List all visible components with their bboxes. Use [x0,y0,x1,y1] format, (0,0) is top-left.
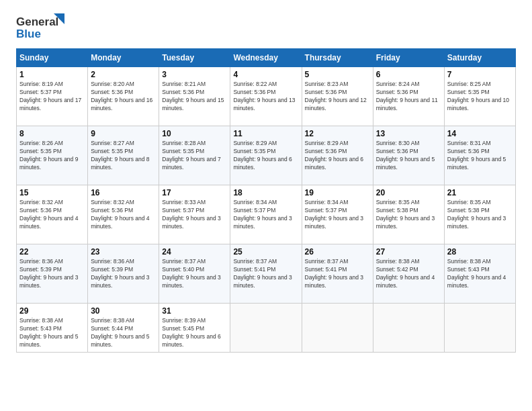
day-info: Sunrise: 8:38 AM Sunset: 5:44 PM Dayligh… [91,317,156,349]
day-number: 15 [19,188,85,197]
page: GeneralBlue SundayMondayTuesdayWednesday… [0,0,532,411]
day-number: 20 [376,188,441,197]
calendar-cell: 24Sunrise: 8:37 AM Sunset: 5:40 PM Dayli… [159,244,230,304]
day-info: Sunrise: 8:35 AM Sunset: 5:38 PM Dayligh… [447,199,513,231]
day-number: 4 [233,70,298,79]
day-number: 2 [91,70,156,79]
day-info: Sunrise: 8:34 AM Sunset: 5:37 PM Dayligh… [305,199,370,231]
logo: GeneralBlue [16,13,70,40]
calendar-cell: 27Sunrise: 8:38 AM Sunset: 5:42 PM Dayli… [373,244,444,304]
calendar-cell [373,304,444,353]
day-info: Sunrise: 8:33 AM Sunset: 5:37 PM Dayligh… [162,199,227,231]
day-info: Sunrise: 8:29 AM Sunset: 5:36 PM Dayligh… [305,140,370,172]
day-number: 10 [162,129,227,138]
calendar-cell: 8Sunrise: 8:26 AM Sunset: 5:35 PM Daylig… [17,126,88,185]
calendar-cell: 21Sunrise: 8:35 AM Sunset: 5:38 PM Dayli… [444,185,515,244]
day-number: 22 [19,247,85,257]
calendar-cell: 20Sunrise: 8:35 AM Sunset: 5:38 PM Dayli… [373,185,444,244]
day-info: Sunrise: 8:19 AM Sunset: 5:37 PM Dayligh… [19,81,85,113]
day-info: Sunrise: 8:39 AM Sunset: 5:45 PM Dayligh… [162,317,227,349]
day-info: Sunrise: 8:21 AM Sunset: 5:36 PM Dayligh… [162,81,227,113]
calendar-cell: 10Sunrise: 8:28 AM Sunset: 5:35 PM Dayli… [159,126,230,185]
day-number: 1 [19,70,85,79]
calendar-cell: 4Sunrise: 8:22 AM Sunset: 5:36 PM Daylig… [230,67,302,126]
day-number: 11 [233,129,298,138]
day-info: Sunrise: 8:32 AM Sunset: 5:36 PM Dayligh… [91,199,156,231]
calendar-cell: 30Sunrise: 8:38 AM Sunset: 5:44 PM Dayli… [88,304,159,353]
svg-text:General: General [16,15,58,28]
weekday-header-wednesday: Wednesday [230,49,302,67]
calendar-cell: 7Sunrise: 8:25 AM Sunset: 5:35 PM Daylig… [444,67,515,126]
day-number: 8 [19,129,85,138]
day-number: 24 [162,247,227,257]
day-info: Sunrise: 8:31 AM Sunset: 5:36 PM Dayligh… [447,140,513,172]
calendar-cell: 9Sunrise: 8:27 AM Sunset: 5:35 PM Daylig… [88,126,159,185]
weekday-header-friday: Friday [373,49,444,67]
day-number: 25 [233,247,298,257]
day-info: Sunrise: 8:38 AM Sunset: 5:43 PM Dayligh… [447,258,513,290]
calendar-cell: 1Sunrise: 8:19 AM Sunset: 5:37 PM Daylig… [17,67,88,126]
day-number: 26 [305,247,370,257]
day-info: Sunrise: 8:29 AM Sunset: 5:35 PM Dayligh… [233,140,298,172]
day-info: Sunrise: 8:22 AM Sunset: 5:36 PM Dayligh… [233,81,298,113]
svg-text:Blue: Blue [16,28,41,40]
day-number: 21 [447,188,513,197]
calendar-cell: 22Sunrise: 8:36 AM Sunset: 5:39 PM Dayli… [17,244,88,304]
day-info: Sunrise: 8:23 AM Sunset: 5:36 PM Dayligh… [305,81,370,113]
day-info: Sunrise: 8:37 AM Sunset: 5:41 PM Dayligh… [305,258,370,290]
weekday-header-sunday: Sunday [17,49,88,67]
day-info: Sunrise: 8:34 AM Sunset: 5:37 PM Dayligh… [233,199,298,231]
day-info: Sunrise: 8:36 AM Sunset: 5:39 PM Dayligh… [19,258,85,290]
header: GeneralBlue [16,13,516,40]
weekday-header-tuesday: Tuesday [159,49,230,67]
day-info: Sunrise: 8:38 AM Sunset: 5:43 PM Dayligh… [19,317,85,349]
day-info: Sunrise: 8:30 AM Sunset: 5:36 PM Dayligh… [376,140,441,172]
day-info: Sunrise: 8:27 AM Sunset: 5:35 PM Dayligh… [91,140,156,172]
day-number: 28 [447,247,513,257]
calendar-cell: 13Sunrise: 8:30 AM Sunset: 5:36 PM Dayli… [373,126,444,185]
calendar-cell: 31Sunrise: 8:39 AM Sunset: 5:45 PM Dayli… [159,304,230,353]
day-number: 13 [376,129,441,138]
day-number: 19 [305,188,370,197]
weekday-header-monday: Monday [88,49,159,67]
day-number: 29 [19,306,85,316]
calendar-cell [302,304,373,353]
day-number: 16 [91,188,156,197]
day-number: 5 [305,70,370,79]
day-number: 9 [91,129,156,138]
calendar-cell [444,304,515,353]
day-info: Sunrise: 8:37 AM Sunset: 5:41 PM Dayligh… [233,258,298,290]
day-info: Sunrise: 8:26 AM Sunset: 5:35 PM Dayligh… [19,140,85,172]
day-info: Sunrise: 8:32 AM Sunset: 5:36 PM Dayligh… [19,199,85,231]
day-number: 17 [162,188,227,197]
day-info: Sunrise: 8:36 AM Sunset: 5:39 PM Dayligh… [91,258,156,290]
day-number: 3 [162,70,227,79]
calendar-cell: 16Sunrise: 8:32 AM Sunset: 5:36 PM Dayli… [88,185,159,244]
calendar-cell: 28Sunrise: 8:38 AM Sunset: 5:43 PM Dayli… [444,244,515,304]
calendar-cell: 26Sunrise: 8:37 AM Sunset: 5:41 PM Dayli… [302,244,373,304]
day-info: Sunrise: 8:25 AM Sunset: 5:35 PM Dayligh… [447,81,513,113]
calendar-cell: 6Sunrise: 8:24 AM Sunset: 5:36 PM Daylig… [373,67,444,126]
day-info: Sunrise: 8:37 AM Sunset: 5:40 PM Dayligh… [162,258,227,290]
calendar-cell: 15Sunrise: 8:32 AM Sunset: 5:36 PM Dayli… [17,185,88,244]
weekday-header-saturday: Saturday [444,49,515,67]
calendar-cell: 25Sunrise: 8:37 AM Sunset: 5:41 PM Dayli… [230,244,302,304]
day-number: 14 [447,129,513,138]
day-number: 6 [376,70,441,79]
day-number: 12 [305,129,370,138]
weekday-header-thursday: Thursday [302,49,373,67]
day-number: 27 [376,247,441,257]
day-number: 23 [91,247,156,257]
day-info: Sunrise: 8:28 AM Sunset: 5:35 PM Dayligh… [162,140,227,172]
day-number: 7 [447,70,513,79]
day-number: 18 [233,188,298,197]
calendar-cell: 17Sunrise: 8:33 AM Sunset: 5:37 PM Dayli… [159,185,230,244]
calendar-cell: 23Sunrise: 8:36 AM Sunset: 5:39 PM Dayli… [88,244,159,304]
day-info: Sunrise: 8:24 AM Sunset: 5:36 PM Dayligh… [376,81,441,113]
calendar-cell: 3Sunrise: 8:21 AM Sunset: 5:36 PM Daylig… [159,67,230,126]
day-info: Sunrise: 8:35 AM Sunset: 5:38 PM Dayligh… [376,199,441,231]
calendar-cell: 29Sunrise: 8:38 AM Sunset: 5:43 PM Dayli… [17,304,88,353]
calendar-cell: 19Sunrise: 8:34 AM Sunset: 5:37 PM Dayli… [302,185,373,244]
calendar-cell [230,304,302,353]
calendar-cell: 5Sunrise: 8:23 AM Sunset: 5:36 PM Daylig… [302,67,373,126]
